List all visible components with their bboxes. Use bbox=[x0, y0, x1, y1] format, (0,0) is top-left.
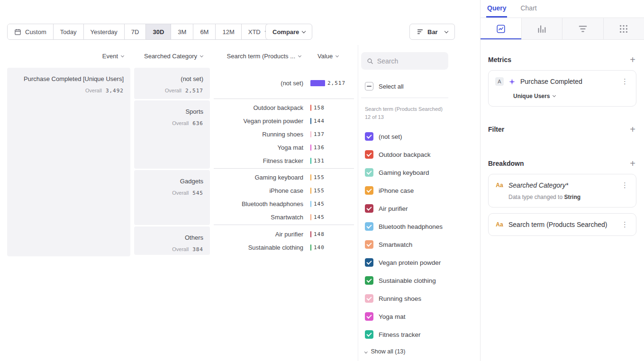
filter-item[interactable]: Air purifier bbox=[361, 199, 448, 217]
date-range-label: Custom bbox=[25, 28, 46, 36]
filter-checkbox[interactable] bbox=[365, 240, 373, 249]
chart-type-button[interactable]: Bar bbox=[409, 24, 455, 40]
term-row[interactable]: Fitness tracker131 bbox=[214, 154, 354, 168]
term-row[interactable]: Air purifier148 bbox=[214, 227, 354, 241]
tab-funnel[interactable] bbox=[562, 18, 604, 39]
toolbar: CustomTodayYesterday7D30D3M6M12MXTD Comp… bbox=[0, 24, 480, 40]
category-cell[interactable]: (not set)Overall2,517 bbox=[134, 68, 210, 99]
filter-item[interactable]: Gaming keyboard bbox=[361, 163, 448, 181]
filter-checkbox[interactable] bbox=[365, 312, 373, 321]
table-group: SportsOverall636Outdoor backpack158Vegan… bbox=[134, 100, 354, 169]
tab-insights-chart[interactable] bbox=[481, 18, 522, 39]
filter-item-label: (not set) bbox=[379, 133, 402, 140]
term-row[interactable]: (not set)2,517 bbox=[214, 77, 354, 90]
segmentation-dots-icon bbox=[618, 24, 629, 34]
date-range-30d[interactable]: 30D bbox=[146, 24, 171, 39]
filter-item[interactable]: Yoga mat bbox=[361, 307, 448, 325]
filter-checkbox[interactable] bbox=[365, 168, 373, 177]
metric-menu-button[interactable]: ⋮ bbox=[620, 77, 629, 86]
metrics-section-header: Metrics + bbox=[488, 55, 636, 64]
category-name: Sports bbox=[134, 108, 203, 116]
breakdown-label: Search term (Products Searched) bbox=[508, 221, 616, 228]
add-breakdown-button[interactable]: + bbox=[629, 159, 636, 168]
filter-item[interactable]: Bluetooth headphones bbox=[361, 217, 448, 235]
table-header-row: Event Searched Category Search term (Pro… bbox=[7, 53, 354, 60]
category-cell[interactable]: SportsOverall636 bbox=[134, 100, 210, 169]
select-all-row[interactable]: Select all bbox=[361, 82, 448, 90]
filter-item[interactable]: Fitness tracker bbox=[361, 325, 448, 343]
term-row[interactable]: Smartwatch145 bbox=[214, 211, 354, 224]
metric-card[interactable]: A Purchase Completed ⋮ Unique Users bbox=[488, 70, 636, 107]
filter-item[interactable]: Running shoes bbox=[361, 289, 448, 307]
filter-checkbox[interactable] bbox=[365, 132, 373, 141]
filter-item[interactable]: Smartwatch bbox=[361, 235, 448, 253]
term-row[interactable]: Running shoes137 bbox=[214, 128, 354, 141]
add-filter-button[interactable]: + bbox=[629, 125, 636, 134]
filter-checkbox[interactable] bbox=[365, 294, 373, 303]
tab-chart[interactable]: Chart bbox=[519, 0, 537, 18]
chevron-down-icon bbox=[200, 54, 203, 57]
term-label: Yoga mat bbox=[214, 144, 307, 151]
category-overall: Overall2,517 bbox=[134, 86, 203, 94]
date-range-custom[interactable]: Custom bbox=[8, 24, 54, 39]
value-label: 131 bbox=[314, 158, 325, 164]
term-row[interactable]: iPhone case155 bbox=[214, 184, 354, 198]
query-sidebar: Query Chart bbox=[480, 0, 644, 361]
date-range-7d[interactable]: 7D bbox=[125, 24, 146, 39]
term-row[interactable]: Gaming keyboard155 bbox=[214, 171, 354, 184]
date-range-today[interactable]: Today bbox=[54, 24, 84, 39]
breakdown-note-bold: String bbox=[564, 194, 581, 200]
term-row[interactable]: Yoga mat136 bbox=[214, 141, 354, 154]
date-range-yesterday[interactable]: Yesterday bbox=[84, 24, 125, 39]
overall-label: Overall bbox=[172, 120, 189, 126]
column-header-value[interactable]: Value bbox=[310, 53, 338, 60]
filter-checkbox[interactable] bbox=[365, 204, 373, 213]
filter-checkbox[interactable] bbox=[365, 186, 373, 195]
filter-checkbox[interactable] bbox=[365, 150, 373, 159]
add-metric-button[interactable]: + bbox=[629, 55, 636, 64]
breakdown-card-search-term[interactable]: Aa Search term (Products Searched) ⋮ bbox=[488, 213, 636, 236]
term-label: Running shoes bbox=[214, 131, 307, 138]
measure-selector[interactable]: Unique Users bbox=[495, 93, 629, 99]
category-cell[interactable]: GadgetsOverall545 bbox=[134, 170, 210, 225]
value-bar-wrap: 155 bbox=[310, 188, 325, 194]
term-row[interactable]: Bluetooth headphones145 bbox=[214, 198, 354, 211]
column-header-searched-category[interactable]: Searched Category bbox=[134, 53, 210, 60]
category-overall: Overall384 bbox=[134, 244, 203, 253]
term-row[interactable]: Outdoor backpack158 bbox=[214, 101, 354, 115]
search-input[interactable] bbox=[377, 57, 443, 65]
select-all-checkbox[interactable] bbox=[365, 82, 373, 90]
tab-query[interactable]: Query bbox=[486, 0, 507, 18]
report-type-tabs bbox=[481, 18, 644, 40]
filter-item[interactable]: Outdoor backpack bbox=[361, 145, 448, 163]
term-row[interactable]: Sustainable clothing140 bbox=[214, 241, 354, 254]
date-range-3m[interactable]: 3M bbox=[171, 24, 193, 39]
filter-item-label: Vegan protein powder bbox=[379, 259, 441, 266]
column-header-event[interactable]: Event bbox=[7, 53, 130, 60]
value-label: 137 bbox=[314, 131, 325, 137]
filter-checkbox[interactable] bbox=[365, 276, 373, 285]
breakdown-card-searched-category[interactable]: Aa Searched Category* ⋮ Data type change… bbox=[488, 174, 636, 208]
compare-button[interactable]: Compare bbox=[265, 24, 312, 40]
category-cell[interactable]: OthersOverall384 bbox=[134, 226, 210, 255]
event-cell[interactable]: Purchase Completed [Unique Users] Overal… bbox=[7, 68, 130, 256]
filter-checkbox[interactable] bbox=[365, 258, 373, 267]
date-range-12m[interactable]: 12M bbox=[216, 24, 241, 39]
tab-segmentation[interactable] bbox=[604, 18, 644, 39]
search-box[interactable] bbox=[361, 52, 448, 70]
filter-checkbox[interactable] bbox=[365, 330, 373, 339]
date-range-6m[interactable]: 6M bbox=[193, 24, 216, 39]
value-label: 155 bbox=[314, 188, 325, 194]
column-header-search-term[interactable]: Search term (Products ... bbox=[214, 53, 307, 60]
filter-item[interactable]: iPhone case bbox=[361, 181, 448, 199]
filter-item[interactable]: Sustainable clothing bbox=[361, 271, 448, 289]
filter-item[interactable]: Vegan protein powder bbox=[361, 253, 448, 271]
chevron-down-icon bbox=[302, 29, 306, 33]
breakdown-menu-button[interactable]: ⋮ bbox=[620, 220, 629, 229]
tab-bar-chart[interactable] bbox=[522, 18, 563, 39]
term-row[interactable]: Vegan protein powder144 bbox=[214, 115, 354, 128]
breakdown-menu-button[interactable]: ⋮ bbox=[620, 181, 629, 190]
show-all-button[interactable]: Show all (13) bbox=[361, 348, 448, 355]
filter-checkbox[interactable] bbox=[365, 222, 373, 231]
filter-item[interactable]: (not set) bbox=[361, 127, 448, 145]
